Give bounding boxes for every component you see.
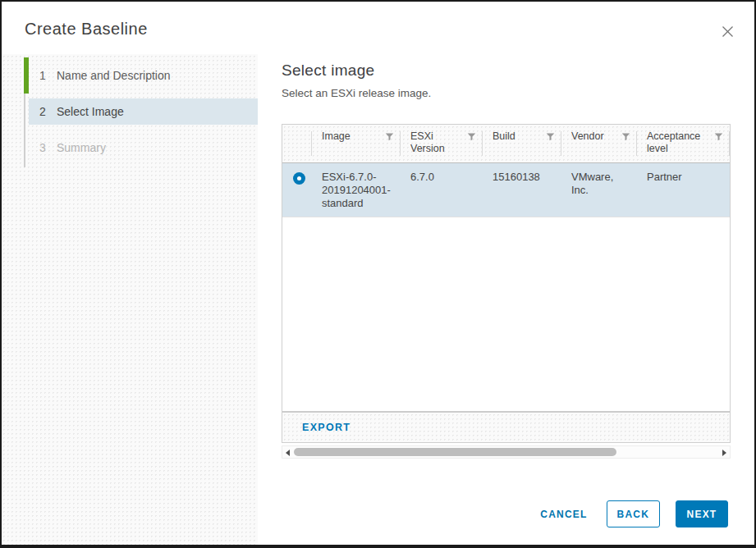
filter-funnel-icon[interactable] — [467, 132, 476, 141]
scroll-right-arrow-icon[interactable] — [722, 450, 726, 456]
step-label: Summary — [57, 141, 106, 154]
table-header-row: Image ESXi Version Build — [282, 125, 730, 163]
step-label: Select Image — [57, 105, 124, 118]
cell-vendor: VMware, Inc. — [561, 163, 637, 217]
step-label: Name and Description — [57, 69, 171, 82]
wizard-step-list: 1 Name and Description 2 Select Image 3 … — [29, 57, 258, 166]
image-table: Image ESXi Version Build — [282, 124, 731, 443]
page-description: Select an ESXi release image. — [282, 87, 731, 99]
row-radio-cell — [282, 163, 312, 217]
column-header-image[interactable]: Image — [312, 125, 401, 162]
create-baseline-dialog: Create Baseline 1 Name and Description 2… — [0, 0, 756, 548]
export-link[interactable]: EXPORT — [302, 422, 351, 433]
column-header-acceptance-level[interactable]: Acceptance level — [637, 125, 730, 162]
radio-column-header — [282, 125, 312, 162]
table-footer: EXPORT — [282, 411, 730, 442]
step-summary[interactable]: 3 Summary — [29, 130, 258, 166]
back-button[interactable]: BACK — [607, 500, 660, 527]
step-name-and-description[interactable]: 1 Name and Description — [29, 57, 258, 94]
filter-funnel-icon[interactable] — [385, 132, 394, 141]
cell-acceptance-level: Partner — [637, 163, 730, 217]
table-row-esxi-image[interactable]: ESXi-6.7.0-20191204001-standard 6.7.0 15… — [282, 163, 730, 217]
cell-build: 15160138 — [483, 163, 561, 217]
filter-funnel-icon[interactable] — [714, 132, 723, 141]
cell-image: ESXi-6.7.0-20191204001-standard — [312, 163, 401, 217]
wizard-steps-sidebar: 1 Name and Description 2 Select Image 3 … — [2, 54, 258, 545]
scroll-left-arrow-icon[interactable] — [286, 450, 290, 456]
filter-funnel-icon[interactable] — [621, 132, 630, 141]
cell-esxi-version: 6.7.0 — [401, 163, 483, 217]
wizard-action-buttons: CANCEL BACK NEXT — [532, 500, 728, 527]
dialog-title: Create Baseline — [25, 20, 148, 39]
step-select-image[interactable]: 2 Select Image — [29, 98, 258, 125]
step-number: 3 — [39, 141, 49, 154]
step-number: 1 — [39, 69, 49, 82]
close-button[interactable] — [718, 22, 736, 40]
select-image-panel: Select image Select an ESXi release imag… — [282, 53, 731, 459]
step-number: 2 — [39, 105, 49, 118]
scrollbar-thumb[interactable] — [294, 448, 616, 456]
next-button[interactable]: NEXT — [676, 500, 728, 527]
filter-funnel-icon[interactable] — [546, 132, 555, 141]
column-header-esxi-version[interactable]: ESXi Version — [401, 125, 483, 162]
close-icon — [722, 25, 734, 38]
horizontal-scrollbar[interactable] — [282, 445, 731, 459]
table-empty-area — [282, 217, 730, 411]
column-header-build[interactable]: Build — [483, 125, 561, 162]
radio-selected-icon[interactable] — [293, 172, 305, 185]
page-title: Select image — [282, 62, 731, 80]
cancel-button[interactable]: CANCEL — [532, 500, 595, 527]
step-progress-track-remaining — [24, 94, 25, 167]
column-header-vendor[interactable]: Vendor — [561, 125, 637, 162]
